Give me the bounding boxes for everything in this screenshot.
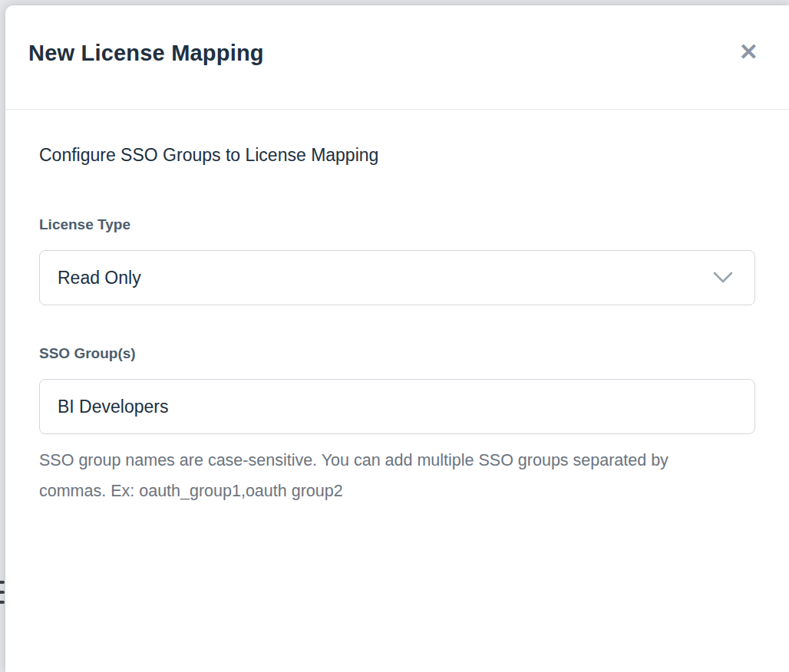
close-icon[interactable]: ✕: [738, 39, 760, 65]
sso-groups-help-text: SSO group names are case-sensitive. You …: [39, 445, 680, 506]
dialog-title: New License Mapping: [28, 41, 264, 66]
sso-groups-input[interactable]: [39, 379, 755, 434]
background-menu-icon-fragment: [0, 581, 5, 604]
chevron-down-icon: [713, 272, 733, 284]
license-type-selected-value: Read Only: [58, 268, 141, 288]
dialog-subtitle: Configure SSO Groups to License Mapping: [39, 145, 755, 166]
dialog-body: Configure SSO Groups to License Mapping …: [5, 110, 789, 672]
license-type-select[interactable]: Read Only: [39, 250, 755, 305]
dialog-header: New License Mapping ✕: [5, 5, 789, 110]
license-type-label: License Type: [39, 216, 755, 233]
sso-groups-label: SSO Group(s): [39, 345, 755, 362]
new-license-mapping-dialog: New License Mapping ✕ Configure SSO Grou…: [5, 5, 789, 672]
